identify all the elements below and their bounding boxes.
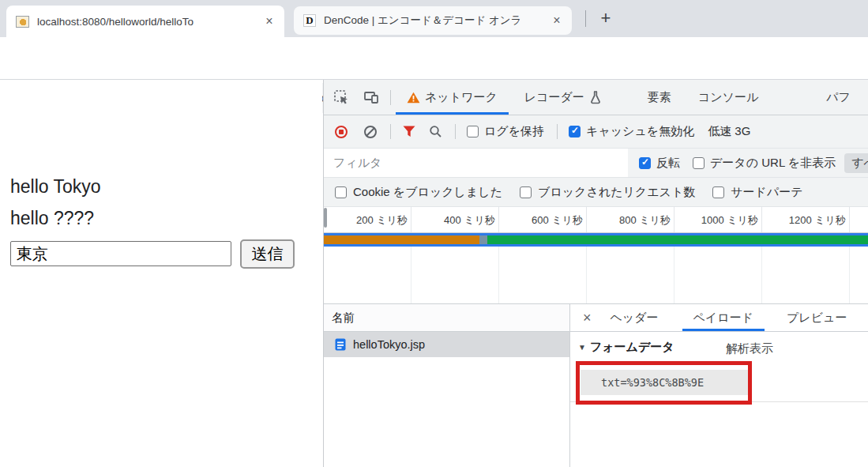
device-toolbar-icon[interactable] (363, 89, 379, 105)
submit-button[interactable]: 送信 (240, 239, 295, 269)
dencode-favicon-icon: D (303, 14, 316, 27)
toolbar-separator (390, 124, 391, 139)
tab-strip: localhost:8080/helloworld/helloTo × D De… (0, 0, 868, 37)
browser-window: localhost:8080/helloworld/helloTo × D De… (0, 0, 868, 467)
toolbar-separator (390, 90, 391, 105)
name-column-header[interactable]: 名前 (324, 304, 569, 332)
tab-dencode[interactable]: D DenCode | エンコード＆デコード オンラ × (294, 6, 572, 35)
new-tab-button[interactable]: + (594, 6, 618, 30)
blocked-requests-checkbox[interactable] (520, 186, 532, 198)
request-row[interactable]: helloTokyo.jsp (324, 332, 569, 357)
overview-band (324, 235, 868, 244)
preserve-log-checkbox[interactable] (467, 126, 479, 137)
annotation-highlight-box (576, 361, 752, 405)
tab-preview[interactable]: プレビュー (776, 304, 858, 331)
tab-localhost[interactable]: localhost:8080/helloworld/helloTo × (6, 6, 284, 37)
tab-divider (585, 10, 586, 27)
browser-toolbar: ← → localhost:8080/helloworld/helloTokyo… (0, 37, 868, 80)
overview-waiting-segment (324, 235, 479, 244)
warning-icon (407, 92, 420, 104)
flask-icon (589, 90, 602, 104)
text-input[interactable] (10, 241, 231, 266)
tab-payload-label: ペイロード (693, 311, 753, 326)
filter-all-pill[interactable]: すべて (844, 153, 868, 173)
tab-network-label: ネットワーク (425, 90, 498, 105)
page-viewport: hello Tokyo hello ???? 送信 (0, 80, 322, 467)
tick-label: 600 ミリ秒 (532, 213, 583, 228)
network-overview[interactable] (324, 233, 868, 247)
filter-icon[interactable] (403, 126, 415, 137)
filter-placeholder: フィルタ (333, 156, 381, 171)
tick-label: 200 ミリ秒 (356, 213, 408, 228)
tab-console[interactable]: コンソール (687, 80, 769, 115)
inspect-element-icon[interactable] (333, 89, 349, 105)
expander-icon[interactable]: ▼ (578, 343, 586, 352)
document-icon (335, 338, 346, 351)
tab-title: localhost:8080/helloworld/helloTo (37, 16, 252, 28)
view-parsed-link[interactable]: 解析表示 (726, 341, 773, 356)
toolbar-separator (557, 124, 558, 139)
third-party-checkbox[interactable] (712, 186, 724, 198)
waterfall-area (324, 247, 868, 304)
toolbar-separator (455, 124, 456, 139)
third-party-label[interactable]: サードパーテ (731, 185, 802, 200)
request-table: 名前 helloTokyo.jsp (324, 304, 569, 467)
tick-label: 1200 ミリ秒 (789, 213, 846, 228)
tick-label: 400 ミリ秒 (444, 213, 495, 228)
payload-body: ▼ フォームデータ 解析表示 txt=%93%8C%8B%9E (570, 332, 868, 467)
tick-label: 800 ミリ秒 (619, 213, 671, 228)
throttling-dropdown[interactable]: 低速 3G (708, 124, 750, 139)
tab-title: DenCode | エンコード＆デコード オンラ (324, 13, 539, 28)
tab-close-icon[interactable]: × (550, 13, 564, 28)
hide-data-urls-label[interactable]: データの URL を非表示 (710, 156, 836, 171)
tab-headers[interactable]: ヘッダー (599, 304, 670, 331)
tab-elements-label: 要素 (648, 90, 671, 105)
tab-performance-label: パフ (826, 90, 851, 105)
blocked-requests-label[interactable]: ブロックされたリクエスト数 (538, 185, 695, 200)
tomcat-favicon-icon (16, 16, 29, 28)
search-icon[interactable] (429, 125, 442, 138)
network-filterbar: フィルタ 反転 データの URL を非表示 すべて Fetch (324, 149, 868, 178)
tab-payload[interactable]: ペイロード (682, 304, 765, 331)
overview-stalled-segment (479, 235, 487, 244)
tab-recorder[interactable]: レコーダー (513, 80, 613, 115)
preserve-log-label[interactable]: ログを保持 (484, 124, 544, 139)
tab-recorder-label: レコーダー (524, 90, 584, 105)
disable-cache-label[interactable]: キャッシュを無効化 (586, 124, 694, 139)
tab-performance[interactable]: パフ (815, 80, 862, 115)
request-name: helloTokyo.jsp (353, 338, 425, 351)
tab-elements[interactable]: 要素 (637, 80, 682, 115)
tab-headers-label: ヘッダー (611, 311, 659, 326)
page-heading-1: hello Tokyo (10, 176, 101, 198)
tab-console-label: コンソール (698, 90, 758, 105)
record-icon[interactable] (335, 126, 348, 138)
tab-network[interactable]: ネットワーク (396, 80, 509, 115)
timeline-drag-handle[interactable] (324, 208, 327, 228)
network-blockbar: Cookie をブロックしました ブロックされたリクエスト数 サードパーテ (324, 178, 868, 207)
filter-input[interactable]: フィルタ (324, 149, 628, 177)
devtools-panel: ネットワーク レコーダー 要素 コンソール パフ (323, 80, 868, 467)
blocked-cookies-label[interactable]: Cookie をブロックしました (353, 185, 502, 200)
timeline-ruler: 200 ミリ秒 400 ミリ秒 600 ミリ秒 800 ミリ秒 1000 ミリ秒… (324, 207, 868, 233)
network-actionbar: ログを保持 キャッシュを無効化 低速 3G (324, 115, 868, 149)
devtools-tabbar: ネットワーク レコーダー 要素 コンソール パフ (324, 80, 868, 115)
hide-data-urls-checkbox[interactable] (693, 157, 705, 169)
blocked-cookies-checkbox[interactable] (335, 186, 347, 198)
tab-close-icon[interactable]: × (262, 14, 276, 28)
request-details-panel: × ヘッダー ペイロード プレビュー ▼ フォームデータ 解析表示 (569, 304, 868, 467)
invert-checkbox[interactable] (639, 157, 651, 169)
tick-label: 1000 ミリ秒 (701, 213, 758, 228)
tab-preview-label: プレビュー (787, 311, 847, 326)
form-data-section-header[interactable]: ▼ フォームデータ (578, 340, 674, 355)
overview-download-segment (487, 235, 868, 244)
invert-label[interactable]: 反転 (656, 156, 680, 171)
clear-icon[interactable] (363, 125, 378, 139)
disable-cache-checkbox[interactable] (569, 126, 581, 137)
form-data-title: フォームデータ (590, 340, 674, 355)
page-heading-2: hello ???? (10, 208, 94, 229)
name-header-label: 名前 (332, 311, 355, 326)
details-tabbar: × ヘッダー ペイロード プレビュー (570, 304, 868, 332)
close-details-icon[interactable]: × (583, 310, 592, 326)
